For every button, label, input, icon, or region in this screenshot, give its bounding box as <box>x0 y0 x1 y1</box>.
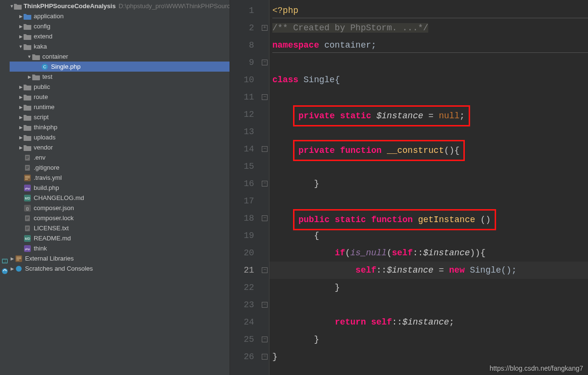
line-number: 16 <box>230 175 261 192</box>
svg-rect-26 <box>26 217 29 217</box>
php-class-icon: C <box>40 63 49 70</box>
external-libraries-icon <box>1 258 8 264</box>
chevron-right-icon[interactable]: ▶ <box>18 145 23 150</box>
chevron-right-icon[interactable]: ▶ <box>18 14 23 19</box>
line-number: 9 <box>230 54 261 71</box>
fold-collapse-icon[interactable]: − <box>262 215 268 221</box>
code-line: /** Created by PhpStorm. ...*/ <box>269 19 588 37</box>
tree-item[interactable]: ▶ C Single.php <box>0 62 230 72</box>
chevron-down-icon[interactable]: ▼ <box>27 54 32 59</box>
external-libraries-icon <box>14 255 23 262</box>
file-icon <box>23 154 32 161</box>
fold-collapse-icon[interactable]: − <box>262 60 268 65</box>
svg-point-4 <box>2 268 8 274</box>
tree-item[interactable]: ▶ php think <box>0 243 230 253</box>
fold-collapse-icon[interactable]: − <box>262 302 268 308</box>
svg-rect-32 <box>26 229 28 229</box>
json-icon: {} <box>23 205 32 212</box>
chevron-right-icon[interactable]: ▶ <box>18 135 23 140</box>
tree-item[interactable]: ▶ application <box>0 11 230 21</box>
tree-item[interactable]: ▶ thinkphp <box>0 122 230 132</box>
folder-blue-icon <box>23 13 32 20</box>
tree-item[interactable]: ▶ script <box>0 112 230 122</box>
fold-expand-icon[interactable]: + <box>262 25 268 31</box>
scratches-row[interactable]: ▶ Scratches and Consoles <box>0 263 230 274</box>
svg-rect-17 <box>25 177 30 178</box>
line-number-gutter: 12891011121314151617181920212223242526 <box>230 0 261 375</box>
tree-item[interactable]: ▶ .gitignore <box>0 162 230 173</box>
fold-collapse-icon[interactable]: − <box>262 94 268 100</box>
chevron-right-icon[interactable]: ▶ <box>10 256 14 261</box>
fold-collapse-icon[interactable]: − <box>262 181 268 187</box>
svg-text:C: C <box>43 64 47 69</box>
line-number: 14 <box>230 140 261 158</box>
fold-collapse-icon[interactable]: − <box>262 267 268 273</box>
svg-rect-30 <box>26 227 29 227</box>
code-line: private function __construct(){ <box>269 140 588 158</box>
tree-item[interactable]: ▶ MD README.md <box>0 233 230 243</box>
folder-icon <box>32 74 40 80</box>
tree-item[interactable]: ▶ composer.lock <box>0 213 230 223</box>
tree-item[interactable]: ▶ vendor <box>0 142 230 152</box>
external-libraries-row[interactable]: ▶ External Libraries <box>0 253 230 263</box>
tree-item[interactable]: ▶ route <box>0 92 230 102</box>
tree-item[interactable]: ▶ php build.php <box>0 183 230 193</box>
file-icon <box>23 225 32 232</box>
chevron-right-icon[interactable]: ▶ <box>18 95 23 100</box>
svg-rect-27 <box>26 218 29 218</box>
tree-item[interactable]: ▶ uploads <box>0 132 230 142</box>
tree-item[interactable]: ▶ {} composer.json <box>0 203 230 213</box>
chevron-right-icon[interactable]: ▶ <box>10 266 14 271</box>
project-tree[interactable]: ▼ ThinkPHPSourceCodeAnalysis D:\phpstudy… <box>0 0 230 375</box>
folder-icon <box>23 144 32 151</box>
folder-icon <box>23 104 32 111</box>
line-number: 10 <box>230 71 261 88</box>
line-number: 24 <box>230 313 261 331</box>
svg-rect-16 <box>25 176 30 177</box>
project-root-row[interactable]: ▼ ThinkPHPSourceCodeAnalysis D:\phpstudy… <box>0 1 230 11</box>
php-icon: php <box>23 245 32 252</box>
chevron-right-icon[interactable]: ▶ <box>27 75 32 79</box>
code-line: namespace container; <box>269 37 588 54</box>
code-editor[interactable]: 12891011121314151617181920212223242526 +… <box>230 0 588 375</box>
project-sidebar: ▼ ThinkPHPSourceCodeAnalysis D:\phpstudy… <box>0 0 230 375</box>
tree-item[interactable]: ▶ .travis.yml <box>0 173 230 183</box>
chevron-right-icon[interactable]: ▶ <box>18 125 23 130</box>
line-number: 17 <box>230 192 261 210</box>
svg-rect-2 <box>4 260 5 262</box>
tree-item[interactable]: ▶ runtime <box>0 102 230 112</box>
scratches-icon <box>1 268 8 275</box>
code-line: } <box>269 331 588 348</box>
chevron-right-icon[interactable]: ▶ <box>18 24 23 29</box>
svg-rect-40 <box>16 260 19 261</box>
chevron-right-icon[interactable]: ▶ <box>18 85 23 89</box>
chevron-right-icon[interactable]: ▶ <box>18 105 23 110</box>
tree-item[interactable]: ▶ .env <box>0 152 230 162</box>
tree-item[interactable]: ▶ public <box>0 82 230 92</box>
fold-gutter[interactable]: +−−−−−−−−− <box>261 0 269 375</box>
fold-collapse-icon[interactable]: − <box>262 337 268 342</box>
fold-collapse-icon[interactable]: − <box>262 354 268 360</box>
chevron-right-icon[interactable]: ▶ <box>18 115 23 120</box>
tree-item[interactable]: ▼ container <box>0 51 230 62</box>
code-line: private static $instance = null; <box>269 106 588 123</box>
code-area[interactable]: <?php /** Created by PhpStorm. ...*/ nam… <box>269 0 588 375</box>
tree-item[interactable]: ▶ test <box>0 72 230 82</box>
chevron-down-icon[interactable]: ▼ <box>10 4 14 9</box>
code-line: } <box>269 348 588 365</box>
tree-item[interactable]: ▶ MD CHANGELOG.md <box>0 193 230 203</box>
code-line: public static function getInstance () <box>269 210 588 227</box>
chevron-right-icon[interactable]: ▶ <box>18 34 23 39</box>
fold-collapse-icon[interactable]: − <box>262 146 268 152</box>
line-number: 8 <box>230 37 261 54</box>
tree-item[interactable]: ▶ extend <box>0 31 230 41</box>
chevron-down-icon[interactable]: ▼ <box>18 44 23 49</box>
file-icon <box>23 164 32 171</box>
tree-item[interactable]: ▶ LICENSE.txt <box>0 223 230 233</box>
folder-icon <box>23 33 32 40</box>
tree-item[interactable]: ▶ config <box>0 21 230 31</box>
md-icon: MD <box>23 235 32 242</box>
tree-item[interactable]: ▼ kaka <box>0 41 230 51</box>
svg-text:php: php <box>25 248 30 250</box>
svg-text:MD: MD <box>25 197 30 200</box>
